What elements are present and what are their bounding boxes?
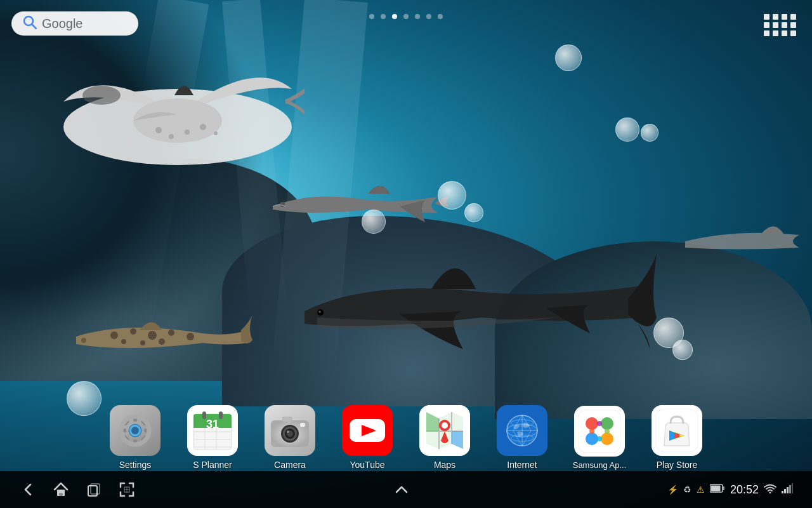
- svg-point-70: [586, 417, 598, 430]
- dot-6[interactable]: [438, 14, 443, 19]
- samsung-icon: [574, 406, 625, 457]
- svg-point-53: [287, 431, 289, 433]
- manta-ray: [51, 38, 292, 197]
- app-grid-icon[interactable]: [760, 10, 801, 40]
- svg-point-15: [187, 333, 194, 340]
- svg-point-1: [133, 98, 222, 143]
- page-dots: [369, 14, 443, 19]
- leopard-shark: [76, 311, 247, 362]
- svg-point-16: [121, 339, 126, 344]
- shark-mid: [273, 171, 444, 235]
- splanner-label: S Planner: [193, 460, 232, 470]
- internet-icon: [497, 405, 547, 456]
- grid-dot: [773, 30, 778, 36]
- svg-rect-99: [792, 483, 793, 493]
- search-label: Google: [42, 17, 83, 31]
- camera-label: Camera: [274, 460, 306, 470]
- app-icon-internet[interactable]: Internet: [487, 405, 557, 470]
- back-button[interactable]: [19, 481, 37, 498]
- maps-icon: [419, 405, 470, 456]
- dot-2[interactable]: [392, 14, 397, 19]
- grid-dot: [782, 22, 787, 28]
- wifi-icon: [764, 483, 776, 496]
- maps-label: Maps: [434, 460, 455, 470]
- grid-dot: [773, 14, 778, 20]
- svg-point-77: [589, 429, 594, 434]
- svg-point-71: [601, 417, 613, 430]
- grid-dot: [790, 14, 796, 20]
- svg-point-2: [155, 127, 162, 133]
- svg-line-21: [32, 25, 37, 29]
- screenshot-button[interactable]: [118, 481, 136, 498]
- app-icon-youtube[interactable]: YouTube: [332, 405, 402, 470]
- svg-point-4: [185, 130, 190, 135]
- search-bar[interactable]: Google: [11, 11, 138, 36]
- svg-point-3: [169, 134, 174, 139]
- app-icon-maps[interactable]: Maps: [410, 405, 480, 470]
- svg-point-74: [596, 427, 603, 435]
- svg-rect-97: [787, 487, 789, 493]
- svg-point-13: [148, 331, 157, 340]
- bubble-2: [615, 117, 639, 142]
- warning-icon: ⚠: [697, 485, 705, 495]
- recent-apps-button[interactable]: [85, 481, 103, 498]
- home-button[interactable]: [52, 481, 70, 498]
- grid-dot: [764, 14, 769, 20]
- shark-right: [685, 216, 812, 267]
- svg-point-12: [130, 328, 136, 335]
- bubble-1: [555, 44, 582, 71]
- grid-dot: [782, 14, 787, 20]
- svg-point-73: [601, 432, 613, 445]
- usb-icon: ⚡: [667, 485, 678, 495]
- nav-center: [393, 481, 410, 498]
- settings-label: Settings: [119, 460, 152, 470]
- search-icon: [23, 15, 37, 32]
- bubble-5: [464, 203, 483, 222]
- svg-rect-46: [219, 411, 223, 419]
- shark-large: [304, 241, 653, 368]
- svg-point-6: [214, 131, 218, 135]
- svg-point-7: [82, 86, 121, 105]
- svg-point-14: [168, 330, 174, 336]
- navigation-bar: ⚡ ♻ ⚠ 20:52: [0, 471, 812, 508]
- app-icon-splanner[interactable]: 31 S Planner: [178, 405, 247, 470]
- settings-icon: [110, 405, 160, 456]
- svg-point-75: [597, 421, 602, 426]
- svg-rect-92: [723, 486, 724, 490]
- svg-point-10: [318, 311, 321, 313]
- nav-buttons-left: [19, 481, 136, 498]
- svg-rect-55: [300, 423, 305, 427]
- dot-5[interactable]: [426, 14, 431, 19]
- svg-text:31: 31: [206, 418, 219, 431]
- svg-rect-93: [710, 486, 720, 491]
- youtube-label: YouTube: [350, 460, 384, 470]
- app-icon-samsung[interactable]: Samsung Ap...: [565, 406, 634, 470]
- app-icon-camera[interactable]: Camera: [255, 405, 325, 470]
- svg-rect-96: [784, 489, 786, 493]
- internet-label: Internet: [507, 460, 537, 470]
- svg-point-19: [81, 338, 86, 343]
- app-dock: Settings 31 S Plann: [0, 405, 812, 470]
- app-icon-playstore[interactable]: Play Store: [642, 405, 712, 470]
- grid-dot: [773, 22, 778, 28]
- dot-4[interactable]: [415, 14, 420, 19]
- grid-dot: [764, 22, 769, 28]
- dot-1[interactable]: [381, 14, 386, 19]
- youtube-icon: [342, 405, 393, 456]
- svg-point-94: [769, 492, 771, 494]
- app-icon-settings[interactable]: Settings: [100, 405, 170, 470]
- bubble-3: [641, 124, 658, 142]
- playstore-label: Play Store: [657, 460, 698, 470]
- svg-rect-98: [789, 485, 791, 493]
- dot-3[interactable]: [403, 14, 409, 19]
- battery-icon: [710, 484, 725, 495]
- dot-0[interactable]: [369, 14, 374, 19]
- status-bar: ⚡ ♻ ⚠ 20:52: [667, 483, 793, 497]
- svg-rect-95: [782, 491, 783, 493]
- playstore-icon: [652, 405, 702, 456]
- up-arrow-button[interactable]: [393, 481, 410, 498]
- svg-point-72: [586, 432, 598, 445]
- svg-rect-85: [59, 493, 63, 496]
- grid-dot: [790, 22, 796, 28]
- svg-point-17: [140, 340, 145, 345]
